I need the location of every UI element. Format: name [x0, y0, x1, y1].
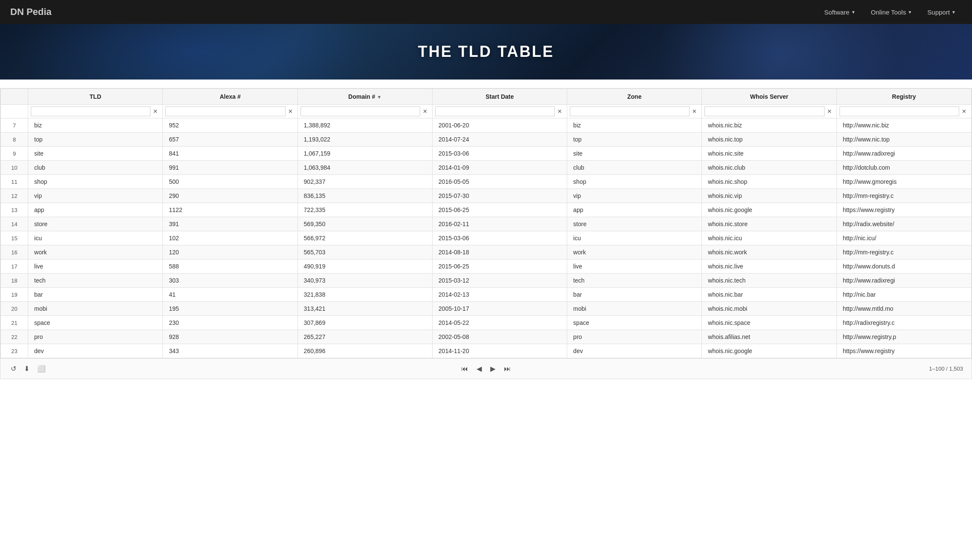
col-whois[interactable]: Whois Server [702, 89, 837, 105]
row-zone: work [567, 245, 702, 259]
row-num: 7 [1, 118, 28, 133]
row-alexa: 391 [163, 217, 297, 231]
row-num: 8 [1, 133, 28, 147]
clear-alexa-filter[interactable]: ✕ [287, 108, 294, 115]
table-footer: ↺ ⬇ ⬜ ⏮ ◀ ▶ ⏭ 1–100 / 1,503 [0, 358, 972, 379]
row-alexa: 303 [163, 274, 297, 288]
filter-alexa-input[interactable] [165, 106, 285, 116]
clear-zone-filter[interactable]: ✕ [691, 108, 698, 115]
filter-zone-input[interactable] [570, 106, 689, 116]
row-alexa: 991 [163, 161, 297, 175]
row-num: 9 [1, 147, 28, 161]
col-registry[interactable]: Registry [837, 89, 971, 105]
row-registry: http://www.radixregi [837, 274, 971, 288]
row-alexa: 102 [163, 231, 297, 245]
row-whois: whois.nic.mobi [702, 302, 837, 316]
table-row: 9 site 841 1,067,159 2015-03-06 site who… [1, 147, 972, 161]
table-section: TLD Alexa # Domain # ▼ Start Date Zone W… [0, 80, 972, 405]
filter-registry-input[interactable] [839, 106, 959, 116]
row-alexa: 500 [163, 175, 297, 189]
table-row: 14 store 391 569,350 2016-02-11 store wh… [1, 217, 972, 231]
row-zone: vip [567, 189, 702, 203]
row-alexa: 841 [163, 147, 297, 161]
row-num: 15 [1, 231, 28, 245]
row-zone: biz [567, 118, 702, 133]
filter-whois-cell: ✕ [702, 105, 837, 118]
row-registry: http://www.mtld.mo [837, 302, 971, 316]
row-zone: live [567, 259, 702, 274]
row-whois: whois.nic.shop [702, 175, 837, 189]
row-zone: tech [567, 274, 702, 288]
last-page-button[interactable]: ⏭ [501, 363, 514, 374]
row-domains: 265,227 [297, 330, 432, 344]
row-tld: store [28, 217, 163, 231]
col-start-date[interactable]: Start Date [432, 89, 567, 105]
table-row: 17 live 588 490,919 2015-06-25 live whoi… [1, 259, 972, 274]
col-alexa[interactable]: Alexa # [163, 89, 297, 105]
clear-domains-filter[interactable]: ✕ [422, 108, 428, 115]
pagination-info: 1–100 / 1,503 [929, 365, 963, 372]
row-registry: http://www.nic.biz [837, 118, 971, 133]
row-registry: http://nic.icu/ [837, 231, 971, 245]
filter-domains-input[interactable] [300, 106, 420, 116]
brand-logo[interactable]: DN Pedia [10, 6, 52, 18]
row-start: 2001-06-20 [432, 118, 567, 133]
clear-registry-filter[interactable]: ✕ [961, 108, 967, 115]
row-whois: whois.nic.icu [702, 231, 837, 245]
col-domains[interactable]: Domain # ▼ [297, 89, 432, 105]
page-title: THE TLD TABLE [418, 43, 554, 61]
row-registry: http://radix.website/ [837, 217, 971, 231]
next-page-button[interactable]: ▶ [487, 363, 499, 374]
col-tld[interactable]: TLD [28, 89, 163, 105]
clear-whois-filter[interactable]: ✕ [826, 108, 833, 115]
row-registry: http://mm-registry.c [837, 189, 971, 203]
chevron-down-icon: ▼ [951, 10, 956, 15]
chevron-down-icon: ▼ [851, 10, 855, 15]
row-whois: whois.nic.club [702, 161, 837, 175]
nav-online-tools[interactable]: Online Tools ▼ [865, 5, 918, 19]
row-domains: 1,067,159 [297, 147, 432, 161]
table-row: 13 app 1122 722,335 2015-06-25 app whois… [1, 203, 972, 217]
row-zone: store [567, 217, 702, 231]
prev-page-button[interactable]: ◀ [473, 363, 485, 374]
row-whois: whois.nic.vip [702, 189, 837, 203]
row-num: 22 [1, 330, 28, 344]
row-start: 2014-01-09 [432, 161, 567, 175]
row-num: 12 [1, 189, 28, 203]
row-alexa: 41 [163, 288, 297, 302]
row-alexa: 230 [163, 316, 297, 330]
col-zone[interactable]: Zone [567, 89, 702, 105]
row-tld: dev [28, 344, 163, 358]
row-whois: whois.nic.tech [702, 274, 837, 288]
row-domains: 260,896 [297, 344, 432, 358]
first-page-button[interactable]: ⏮ [458, 363, 471, 374]
clear-tld-filter[interactable]: ✕ [152, 108, 159, 115]
row-alexa: 928 [163, 330, 297, 344]
row-tld: live [28, 259, 163, 274]
row-start: 2005-10-17 [432, 302, 567, 316]
row-registry: http://www.donuts.d [837, 259, 971, 274]
table-row: 20 mobi 195 313,421 2005-10-17 mobi whoi… [1, 302, 972, 316]
row-start: 2002-05-08 [432, 330, 567, 344]
filter-tld-input[interactable] [31, 106, 150, 116]
row-tld: work [28, 245, 163, 259]
row-domains: 1,388,892 [297, 118, 432, 133]
row-alexa: 195 [163, 302, 297, 316]
refresh-button[interactable]: ↺ [9, 364, 18, 374]
table-row: 23 dev 343 260,896 2014-11-20 dev whois.… [1, 344, 972, 358]
nav-software[interactable]: Software ▼ [818, 5, 861, 19]
clear-start-filter[interactable]: ✕ [557, 108, 563, 115]
row-num: 13 [1, 203, 28, 217]
filter-start-input[interactable] [435, 106, 555, 116]
download-button[interactable]: ⬇ [22, 364, 31, 374]
filter-whois-input[interactable] [704, 106, 824, 116]
row-tld: biz [28, 118, 163, 133]
row-num: 11 [1, 175, 28, 189]
copy-button[interactable]: ⬜ [35, 364, 47, 374]
row-registry: http://mm-registry.c [837, 245, 971, 259]
row-start: 2015-03-12 [432, 274, 567, 288]
row-start: 2014-07-24 [432, 133, 567, 147]
column-headers: TLD Alexa # Domain # ▼ Start Date Zone W… [1, 89, 972, 105]
row-alexa: 657 [163, 133, 297, 147]
nav-support[interactable]: Support ▼ [922, 5, 962, 19]
